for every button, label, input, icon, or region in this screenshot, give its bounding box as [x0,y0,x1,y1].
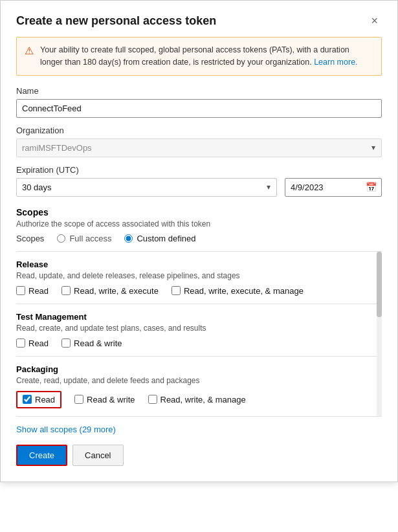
scope-group-packaging: Packaging Create, read, update, and dele… [16,357,377,416]
scrollbar-track[interactable] [377,252,382,416]
release-read-option[interactable]: Read [16,286,49,296]
full-access-option[interactable]: Full access [57,234,111,243]
dialog-title: Create a new personal access token [16,14,216,28]
pkg-rwm-option[interactable]: Read, write, & manage [148,395,246,405]
full-access-label: Full access [69,234,111,243]
organization-select-container: ramiMSFTDevOps ▾ [16,139,382,157]
create-button[interactable]: Create [16,445,67,466]
release-rwe-label: Read, write, & execute [74,286,159,296]
release-rwe-option[interactable]: Read, write, & execute [61,286,159,296]
expiration-label: Expiration (UTC) [16,165,382,175]
test-read-label: Read [28,338,49,348]
create-pat-dialog: Create a new personal access token × ⚠ Y… [0,0,398,482]
show-all-scopes-button[interactable]: Show all scopes (29 more) [16,425,116,434]
pkg-rw-label: Read & write [87,395,135,405]
test-read-option[interactable]: Read [16,338,49,348]
scope-group-test: Test Management Read, create, and update… [16,304,377,357]
release-title: Release [16,260,377,269]
dialog-header: Create a new personal access token × [16,14,382,28]
release-rwe-checkbox[interactable] [61,286,71,295]
custom-defined-radio[interactable] [124,234,133,243]
pkg-rw-option[interactable]: Read & write [74,395,135,405]
release-rwem-option[interactable]: Read, write, execute, & manage [171,286,304,296]
pkg-rwm-checkbox[interactable] [148,395,157,404]
scopes-title: Scopes [16,207,382,217]
test-rw-option[interactable]: Read & write [61,338,122,348]
scrollbar-thumb[interactable] [377,252,382,318]
pkg-read-label: Read [35,395,55,405]
organization-label: Organization [16,126,382,135]
organization-field-container: Organization ramiMSFTDevOps ▾ [16,126,382,157]
organization-select: ramiMSFTDevOps [16,139,382,157]
duration-select-container: 30 days ▾ [16,178,277,197]
custom-defined-label: Custom defined [137,234,195,243]
release-rwem-checkbox[interactable] [171,286,181,295]
scope-group-release: Release Read, update, and delete release… [16,252,377,304]
pkg-read-checkbox[interactable] [23,395,32,404]
packaging-title: Packaging [16,364,377,374]
warning-icon: ⚠ [25,45,34,57]
expiration-row: 30 days ▾ 📅 [16,178,382,197]
cancel-button[interactable]: Cancel [72,445,123,466]
date-input[interactable] [285,178,382,197]
full-access-radio[interactable] [57,234,65,243]
duration-select[interactable]: 30 days [16,178,277,197]
test-read-checkbox[interactable] [16,338,25,348]
name-field-container: Name [16,86,382,126]
scopes-section: Scopes Authorize the scope of access ass… [16,207,382,243]
scopes-container: Release Read, update, and delete release… [16,251,382,417]
warning-text: Your ability to create full scoped, glob… [40,44,373,69]
test-rw-checkbox[interactable] [61,338,71,348]
test-desc: Read, create, and update test plans, cas… [16,324,377,333]
name-label: Name [16,86,382,96]
learn-more-link[interactable]: Learn more. [314,58,357,67]
release-read-checkbox[interactable] [16,286,25,295]
packaging-checkboxes: Read Read & write Read, write, & manage [16,391,377,408]
scopes-inner: Release Read, update, and delete release… [16,252,382,416]
name-input[interactable] [16,99,382,118]
action-buttons: Create Cancel [16,445,382,466]
test-title: Test Management [16,312,377,322]
release-desc: Read, update, and delete releases, relea… [16,271,377,280]
expiration-field-container: Expiration (UTC) 30 days ▾ 📅 [16,165,382,197]
pkg-rwm-label: Read, write, & manage [160,395,246,405]
warning-banner: ⚠ Your ability to create full scoped, gl… [16,37,382,76]
date-input-container: 📅 [285,178,382,197]
close-button[interactable]: × [367,14,382,28]
release-checkboxes: Read Read, write, & execute Read, write,… [16,286,377,296]
custom-defined-option[interactable]: Custom defined [124,234,195,243]
packaging-desc: Create, read, update, and delete feeds a… [16,376,377,385]
scopes-radio-row: Scopes Full access Custom defined [16,234,382,243]
release-read-label: Read [28,286,49,296]
scopes-label: Scopes [16,234,44,243]
test-rw-label: Read & write [74,338,122,348]
release-rwem-label: Read, write, execute, & manage [184,286,304,296]
pkg-rw-checkbox[interactable] [74,395,83,404]
test-checkboxes: Read Read & write [16,338,377,348]
scopes-subtitle: Authorize the scope of access associated… [16,219,382,228]
pkg-read-option[interactable]: Read [16,391,61,408]
